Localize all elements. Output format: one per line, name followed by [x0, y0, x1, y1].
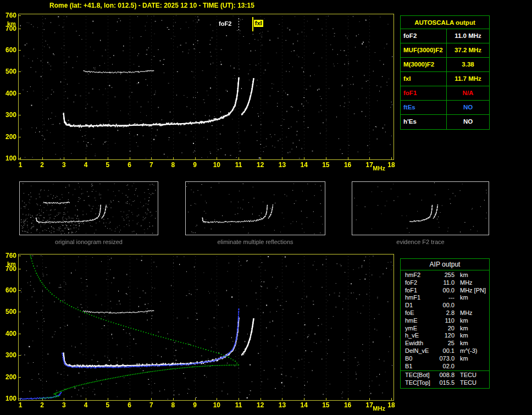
- autoscala-row-hes: h'EsNO: [401, 115, 489, 129]
- x-tick-label-2: 2: [35, 161, 49, 169]
- aip-value-foe: 2.8: [434, 309, 455, 317]
- aip-name-b1: B1: [405, 363, 434, 370]
- aip-value-b1: 02.0: [434, 363, 455, 370]
- parameter-name-muf3000f2: MUF(3000)F2: [401, 43, 447, 57]
- x-tick-label-8: 8: [166, 401, 180, 409]
- x-tick-label-11: 11: [231, 401, 246, 409]
- thumbnail-caption-eliminate: eliminate multiple reflections: [185, 239, 325, 245]
- y-tick-label-600: 600: [0, 286, 16, 294]
- x-tick-label-2: 2: [35, 401, 49, 409]
- x-tick-label-15: 15: [319, 401, 333, 409]
- aip-value-yme: 20: [434, 325, 455, 333]
- aip-name-b0: B0: [405, 355, 434, 363]
- main-ionogram-plot-frame: [18, 14, 394, 160]
- profile-ionogram-plot-frame: [18, 254, 394, 401]
- x-tick-label-7: 7: [144, 401, 158, 409]
- aip-row-delnve: DelN_vE00.1m^(-3): [405, 347, 486, 355]
- aip-unit-hmf2: km: [460, 272, 468, 279]
- y-tick-label-500: 500: [0, 68, 16, 75]
- aip-unit-tecbot: TECU: [460, 372, 476, 379]
- x-axis-unit-label: MHz: [373, 405, 385, 412]
- x-axis-unit-label: MHz: [373, 165, 385, 171]
- y-tick-label-300: 300: [0, 111, 16, 119]
- thumbnail-caption-evidence: evidence F2 trace: [352, 239, 489, 245]
- y-axis-unit-label: km: [7, 261, 16, 267]
- x-tick-label-14: 14: [297, 401, 311, 409]
- aip-row-ewidth: Ewidth25km: [405, 340, 486, 347]
- parameter-value-muf3000f2: 37.2 MHz: [447, 43, 489, 57]
- aip-value-fof2: 11.0: [434, 279, 455, 287]
- x-tick-label-1: 1: [13, 161, 27, 169]
- aip-value-hmf1: ---: [434, 294, 455, 302]
- x-tick-label-10: 10: [209, 401, 224, 409]
- autoscala-row-fof2: foF211.0 MHz: [401, 29, 489, 43]
- y-tick-label-200: 200: [0, 133, 16, 141]
- x-tick-label-8: 8: [166, 161, 180, 169]
- y-axis-unit-label: km: [7, 20, 16, 27]
- aip-tec-rows: TEC[Bot]008.8TECUTEC[Top]015.5TECU: [401, 370, 489, 388]
- aip-value-hmf2: 255: [434, 272, 455, 279]
- autoscala-window: Rome (lat: +41.8, lon: 012.5) - DATE: 20…: [0, 0, 532, 415]
- thumbnail-eliminate-multiple-reflections: [185, 181, 325, 235]
- aip-name-ewidth: Ewidth: [405, 340, 434, 347]
- aip-row-hmf1: hmF1---km: [405, 294, 486, 302]
- y-tick-label-760: 760: [0, 252, 16, 259]
- x-tick-label-5: 5: [101, 161, 115, 169]
- aip-row-tecbot: TEC[Bot]008.8TECU: [405, 372, 486, 379]
- parameter-name-fof1: foF1: [401, 86, 447, 100]
- x-tick-label-12: 12: [253, 401, 268, 409]
- aip-value-fof1: 00.0: [434, 287, 455, 295]
- parameter-name-fof2: foF2: [401, 29, 447, 43]
- aip-value-tecbot: 008.8: [434, 372, 455, 379]
- aip-row-hme: hmE110km: [405, 317, 486, 325]
- aip-name-hme: hmE: [405, 317, 434, 325]
- x-tick-label-13: 13: [275, 401, 289, 409]
- y-tick-label-300: 300: [0, 351, 16, 359]
- y-tick-label-200: 200: [0, 373, 16, 381]
- aip-unit-delnve: m^(-3): [460, 347, 477, 355]
- thumbnail-original-ionogram: [19, 181, 158, 235]
- aip-row-b0: B0073.0km: [405, 355, 486, 363]
- aip-value-b0: 073.0: [434, 355, 455, 363]
- aip-name-tectop: TEC[Top]: [405, 379, 434, 387]
- parameter-value-fof1: N/A: [447, 86, 489, 100]
- aip-unit-foe: MHz: [460, 309, 473, 317]
- x-tick-label-1: 1: [13, 401, 27, 409]
- x-tick-label-3: 3: [57, 161, 71, 169]
- aip-row-yme: ymE20km: [405, 325, 486, 333]
- autoscala-row-fof1: foF1N/A: [401, 86, 489, 101]
- aip-row-hmf2: hmF2255km: [405, 272, 486, 279]
- aip-unit-fof2: MHz: [460, 279, 473, 287]
- aip-name-foe: foE: [405, 309, 434, 317]
- aip-value-tectop: 015.5: [434, 379, 455, 387]
- autoscala-output-table: AUTOSCALA outputfoF211.0 MHzMUF(3000)F23…: [400, 15, 490, 130]
- aip-unit-hve: km: [460, 332, 468, 340]
- aip-name-fof2: foF2: [405, 279, 434, 287]
- aip-row-foe: foE2.8MHz: [405, 309, 486, 317]
- aip-row-d1: D100.0: [405, 302, 486, 309]
- station-date-time-header: Rome (lat: +41.8, lon: 012.5) - DATE: 20…: [49, 2, 254, 9]
- autoscala-row-ftes: ftEsNO: [401, 101, 489, 115]
- x-tick-label-5: 5: [101, 401, 115, 409]
- aip-parameter-rows: hmF2255kmfoF211.0MHzfoF100.0MHz[PN]hmF1-…: [401, 270, 489, 370]
- x-tick-label-6: 6: [123, 161, 137, 169]
- aip-value-delnve: 00.1: [434, 347, 455, 355]
- aip-row-hve: h_vE120km: [405, 332, 486, 340]
- aip-row-b1: B102.0: [405, 363, 486, 370]
- y-tick-label-400: 400: [0, 330, 16, 337]
- aip-unit-tectop: TECU: [460, 379, 476, 387]
- thumbnail-evidence-f2-trace: [352, 181, 489, 235]
- x-tick-label-4: 4: [79, 401, 93, 409]
- autoscala-row-m3000f2: M(3000)F23.38: [401, 58, 489, 72]
- parameter-value-ftes: NO: [447, 101, 489, 114]
- aip-value-d1: 00.0: [434, 302, 455, 309]
- aip-name-tecbot: TEC[Bot]: [405, 372, 434, 379]
- x-tick-label-16: 16: [341, 161, 355, 169]
- parameter-value-fxi: 11.7 MHz: [447, 72, 489, 86]
- x-tick-label-11: 11: [231, 161, 246, 169]
- x-tick-label-9: 9: [188, 401, 202, 409]
- aip-unit-hmf1: km: [460, 294, 468, 302]
- x-tick-label-15: 15: [319, 161, 333, 169]
- aip-name-fof1: foF1: [405, 287, 434, 295]
- x-tick-label-10: 10: [209, 161, 224, 169]
